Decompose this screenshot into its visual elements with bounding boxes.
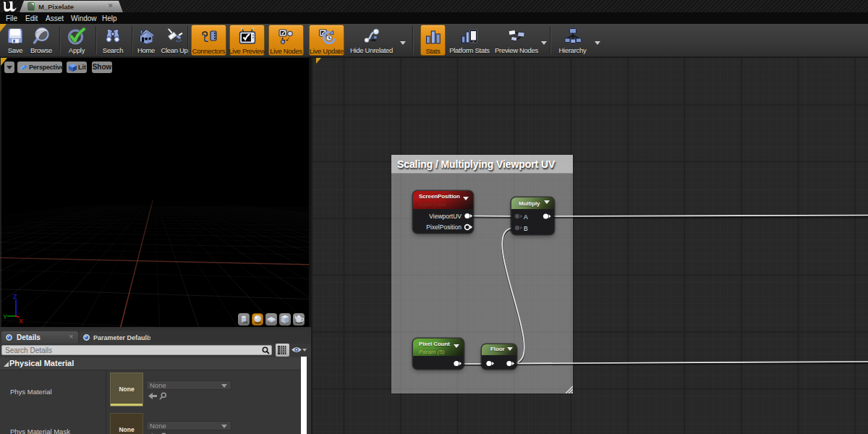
svg-text:A: A xyxy=(524,213,528,221)
svg-text:ViewportUV: ViewportUV xyxy=(429,213,461,220)
svg-text:B: B xyxy=(524,225,528,232)
svg-text:Z: Z xyxy=(13,293,17,300)
svg-text:Y: Y xyxy=(3,313,7,320)
svg-text:PixelPosition: PixelPosition xyxy=(426,224,461,231)
svg-text:X: X xyxy=(19,318,23,325)
